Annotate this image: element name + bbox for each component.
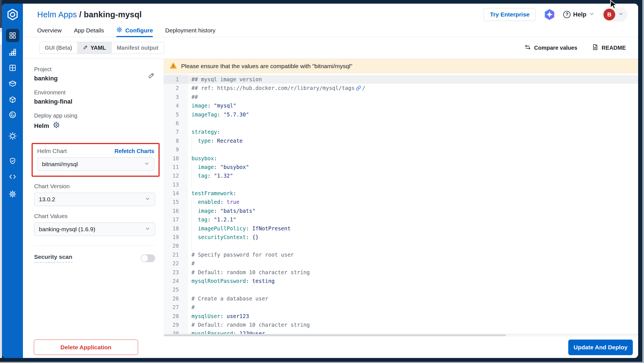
code-line: 7strategy: <box>164 128 638 136</box>
devtron-logo-icon[interactable] <box>6 8 19 21</box>
sidebar-item-applications-grid-icon[interactable] <box>6 29 19 42</box>
compatibility-warning-banner: Please ensure that the values are compat… <box>164 59 638 73</box>
line-number: 19 <box>164 233 179 242</box>
yaml-editor-column: Please ensure that the values are compat… <box>164 59 638 336</box>
link-icon[interactable] <box>356 85 361 93</box>
profile-menu[interactable]: B <box>602 7 628 22</box>
delete-application-button[interactable]: Delete Application <box>34 340 138 355</box>
code-line: 29# Default: random 10 character string <box>164 321 638 329</box>
app-window: Helm Apps / banking-mysql Try Enterprise… <box>2 4 638 358</box>
line-number: 27 <box>164 303 179 312</box>
helm-chart-label: Helm Chart <box>37 148 67 154</box>
code-line: 26# Create a database user <box>164 294 638 303</box>
scrollbar-thumb[interactable] <box>164 335 506 336</box>
code-line: 13 <box>164 180 638 189</box>
environment-value: banking-final <box>34 98 155 105</box>
mode-yaml[interactable]: YAML <box>77 42 111 54</box>
sidebar-item-target-icon[interactable] <box>6 108 19 121</box>
compare-arrows-icon <box>524 44 531 52</box>
update-and-deploy-button[interactable]: Update And Deploy <box>568 340 633 355</box>
line-number: 12 <box>164 171 179 180</box>
breadcrumb-separator: / <box>77 10 84 19</box>
try-enterprise-button[interactable]: Try Enterprise <box>484 8 536 21</box>
chevron-down-icon <box>144 161 150 168</box>
line-number: 29 <box>164 321 179 329</box>
yaml-editor[interactable]: 1## mysql image version2## ref: https://… <box>164 73 638 334</box>
code-line: 14testFramework: <box>164 189 638 198</box>
mode-gui-beta-[interactable]: GUI (Beta) <box>39 42 77 54</box>
chart-values-label: Chart Values <box>34 213 155 219</box>
code-line: 1## mysql image version <box>164 75 638 84</box>
sidebar-item-code-icon[interactable] <box>6 170 19 183</box>
helm-wheel-icon <box>53 121 60 130</box>
code-line: 19 securityContext: {} <box>164 233 638 242</box>
line-number: 22 <box>164 259 179 268</box>
sidebar-item-application-groups-window-icon[interactable] <box>6 61 19 75</box>
deploy-app-using-label: Deploy app using <box>34 113 155 119</box>
readme-button[interactable]: README <box>592 44 626 52</box>
screen-edge-left-top <box>0 0 2 28</box>
security-scan-label: Security scan <box>34 254 72 263</box>
code-line: 20 <box>164 242 638 250</box>
compare-values-button[interactable]: Compare values <box>524 44 577 52</box>
edit-pencil-icon <box>83 45 88 51</box>
line-number: 8 <box>164 137 179 145</box>
breadcrumb-helm-apps-link[interactable]: Helm Apps <box>37 10 77 19</box>
chevron-down-icon <box>145 226 150 233</box>
security-scan-toggle[interactable] <box>141 254 155 262</box>
screen-edge-right <box>642 0 644 363</box>
line-number: 9 <box>164 145 179 154</box>
line-number: 6 <box>164 119 179 128</box>
code-line: 8 type: Recreate <box>164 137 638 145</box>
code-line: 28mysqlUser: user123 <box>164 312 638 321</box>
chevron-down-icon <box>618 11 624 18</box>
mode-manifest-output[interactable]: Manifest output <box>111 42 164 54</box>
code-line: 11 image: "busybox" <box>164 163 638 171</box>
sidebar-collapse-handle[interactable] <box>0 32 2 45</box>
helm-chart-highlight-box: Helm Chart Refetch Charts bitnami/mysql <box>32 143 160 177</box>
sidebar-item-clusters-sun-icon[interactable] <box>6 129 19 143</box>
deployment-config-panel: Project banking Environment banking-fina… <box>23 59 164 336</box>
code-line: 22# <box>164 259 638 268</box>
page-header: Helm Apps / banking-mysql Try Enterprise… <box>23 4 638 25</box>
sidebar <box>2 4 23 358</box>
line-number: 28 <box>164 312 179 321</box>
line-number: 18 <box>164 224 179 233</box>
help-menu[interactable]: ? Help <box>563 11 595 18</box>
code-line: 25 <box>164 285 638 294</box>
code-line: 6 <box>164 119 638 128</box>
chart-values-select[interactable]: banking-mysql (1.6.9) <box>34 223 155 236</box>
screen-edge-bottom <box>0 362 644 363</box>
line-number: 7 <box>164 128 179 136</box>
sidebar-item-security-shield-icon[interactable] <box>6 154 19 168</box>
refetch-charts-link[interactable]: Refetch Charts <box>115 148 154 154</box>
breadcrumb: Helm Apps / banking-mysql <box>37 10 142 19</box>
tab-app-details[interactable]: App Details <box>74 25 104 37</box>
line-number: 17 <box>164 215 179 224</box>
tab-configure[interactable]: Configure <box>116 25 153 37</box>
ai-sparkle-icon[interactable] <box>543 8 556 21</box>
helm-chart-select[interactable]: bitnami/mysql <box>37 157 154 171</box>
line-number: 2 <box>164 84 179 92</box>
edit-pencil-icon[interactable] <box>148 72 155 80</box>
tab-deployment-history[interactable]: Deployment history <box>165 25 216 37</box>
sidebar-item-jobs-stairs-icon[interactable] <box>6 46 19 59</box>
document-icon <box>592 44 598 52</box>
deploy-method-value: Helm <box>34 122 49 130</box>
warning-text: Please ensure that the values are compat… <box>181 63 352 70</box>
question-icon: ? <box>563 11 570 18</box>
action-footer: Delete Application Update And Deploy <box>23 336 638 358</box>
sidebar-item-chart-store-box-icon[interactable] <box>6 77 19 90</box>
chart-version-select[interactable]: 13.0.2 <box>34 193 155 206</box>
code-line: 15 enabled: true <box>164 198 638 206</box>
sidebar-item-global-config-gear-icon[interactable] <box>6 187 19 201</box>
tab-overview[interactable]: Overview <box>37 25 62 37</box>
line-number: 30 <box>164 329 179 334</box>
code-line: 4image: "mysql" <box>164 101 638 110</box>
code-line: 10busybox: <box>164 154 638 163</box>
chevron-down-icon <box>145 196 150 203</box>
sidebar-item-resource-browser-cube-icon[interactable] <box>6 93 19 106</box>
app-name: banking-mysql <box>84 10 142 19</box>
screen-edge-left <box>0 4 2 358</box>
code-line: 21# Specify password for root user <box>164 250 638 259</box>
